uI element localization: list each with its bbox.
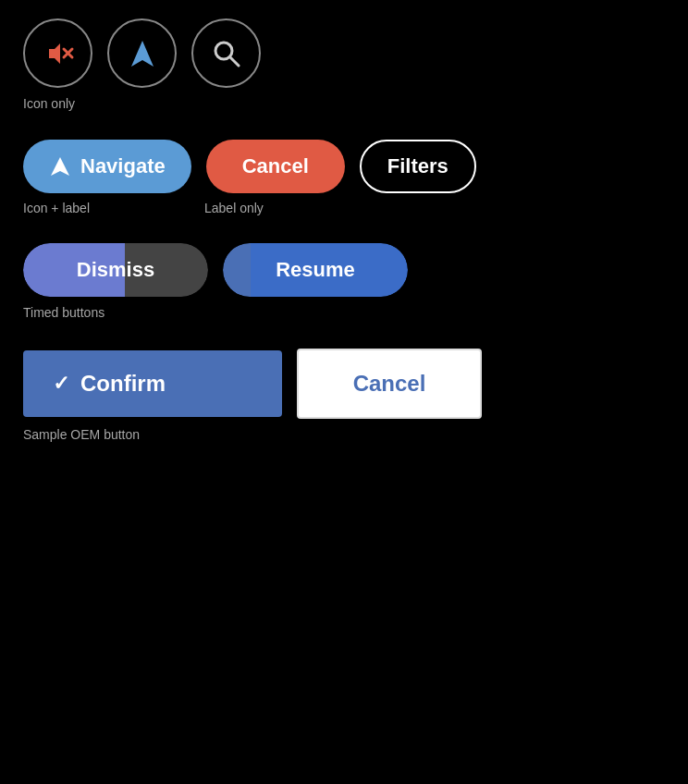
icon-only-label: Icon only [23, 96, 75, 111]
icon-only-section: Icon only [23, 18, 665, 112]
search-icon [211, 38, 242, 69]
resume-timed-button[interactable]: Resume [223, 243, 408, 297]
svg-marker-0 [49, 43, 60, 64]
timed-buttons-label: Timed buttons [23, 305, 104, 320]
cancel-red-label: Cancel [242, 154, 309, 178]
filters-label: Filters [387, 154, 448, 178]
cancel-red-button[interactable]: Cancel [206, 140, 345, 193]
confirm-oem-label: Confirm [80, 371, 166, 397]
navigate-label: Navigate [80, 154, 166, 178]
svg-marker-3 [131, 41, 154, 67]
cancel-oem-button[interactable]: Cancel [297, 349, 482, 419]
oem-row: ✓ Confirm Cancel [23, 349, 665, 419]
dismiss-label: Dismiss [77, 258, 154, 281]
navigate-arrow-icon [49, 155, 71, 178]
speaker-muted-icon [42, 37, 75, 70]
oem-buttons-section: ✓ Confirm Cancel Sample OEM button [23, 349, 665, 443]
checkmark-icon: ✓ [53, 372, 69, 396]
resume-label: Resume [276, 258, 355, 281]
label-only-sublabel: Label only [204, 201, 343, 215]
timed-buttons-section: Dismiss Resume Timed buttons [23, 243, 665, 321]
icon-row [23, 18, 665, 88]
svg-marker-6 [51, 157, 69, 176]
labeled-button-row: Navigate Cancel Filters [23, 140, 665, 193]
mute-button[interactable] [23, 18, 92, 88]
search-icon-button[interactable] [191, 18, 261, 88]
confirm-oem-button[interactable]: ✓ Confirm [23, 350, 282, 417]
dismiss-timed-button[interactable]: Dismiss [23, 243, 208, 297]
navigation-arrow-icon [126, 37, 159, 70]
svg-line-5 [230, 57, 239, 66]
labeled-buttons-section: Navigate Cancel Filters Icon + label Lab… [23, 140, 665, 215]
filters-button[interactable]: Filters [360, 140, 476, 193]
resume-progress-fill [223, 243, 251, 297]
timed-row: Dismiss Resume [23, 243, 665, 297]
icon-label-sublabel: Icon + label [23, 201, 190, 215]
oem-buttons-label: Sample OEM button [23, 427, 140, 442]
cancel-oem-label: Cancel [353, 371, 426, 396]
navigate-button[interactable]: Navigate [23, 140, 191, 193]
navigate-icon-button[interactable] [107, 18, 177, 88]
button-sublabels: Icon + label Label only [23, 201, 665, 215]
